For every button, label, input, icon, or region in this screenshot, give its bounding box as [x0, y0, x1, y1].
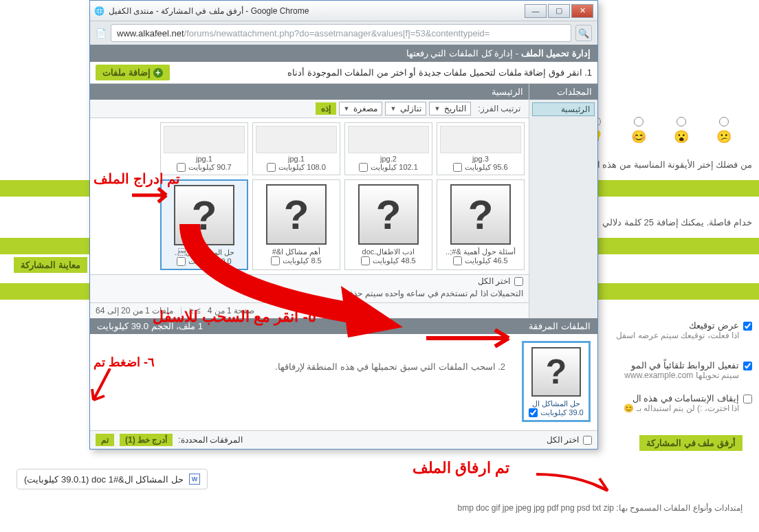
file-tile[interactable]: jpg.395.6 كيلوبايت — [437, 122, 525, 175]
file-tile[interactable]: ?أهم مشاكل ا&#8.5 كيلوبايت — [252, 179, 340, 270]
sort-dir-select[interactable]: تنازلي▼ — [385, 102, 426, 115]
allowed-extensions: إمتدادات وأنواع الملفات المسموح بها: bmp… — [458, 503, 743, 513]
attached-tile[interactable]: ? حل المشاكل ال 39.0 كيلوبايت — [522, 341, 591, 422]
attached-title: الملفات المرفقة — [529, 321, 591, 331]
preview-post-button[interactable]: معاينة المشاركة — [14, 257, 87, 273]
minimize-button[interactable]: — — [525, 4, 547, 18]
search-icon[interactable]: 🔍 — [575, 25, 592, 41]
arrow-icon — [426, 324, 522, 352]
file-checkbox[interactable] — [453, 256, 462, 265]
auto-links-option[interactable]: تفعيل الروابط تلقائياً في المو سيتم تحوي… — [624, 360, 752, 380]
question-icon: ? — [174, 185, 234, 245]
file-size: 95.6 كيلوبايت — [465, 163, 507, 172]
file-checkbox[interactable] — [361, 256, 370, 265]
unused-hint: التحميلات اذا لم تستخدم في ساعه واحده سي… — [90, 287, 529, 302]
file-name: حل المشاكل ال.. — [164, 248, 244, 257]
sort-by-select[interactable]: التاريخ▼ — [429, 102, 471, 115]
dialog-header: إدارة تحميل الملف - إدارة كل الملفات الت… — [90, 45, 597, 62]
footer-select-all-label: اختر الكل — [547, 435, 579, 445]
file-name: jpg.2 — [348, 155, 429, 163]
thumbnail — [256, 126, 337, 153]
auto-links-checkbox[interactable] — [743, 362, 752, 370]
attached-tile-checkbox[interactable] — [529, 408, 538, 417]
add-files-label: إضافة ملفات — [102, 67, 151, 78]
select-all-checkbox[interactable] — [514, 277, 523, 286]
file-tile[interactable]: ?أسئلة حول أهمية &#;..46.5 كيلوبايت — [437, 179, 525, 270]
arrow-icon — [132, 184, 180, 205]
annotation-2: ٥- انقر مع السحب للاسفل — [153, 308, 316, 326]
sidebar-item-root[interactable]: الرئيسية — [532, 102, 595, 116]
show-signature-option[interactable]: عرض توقيعك اذا فعلت، توقيعك سيتم عرضه اس… — [616, 320, 752, 340]
folders-title: المجلدات — [529, 84, 597, 100]
attach-section-title: أرفق ملف في المشاركة — [639, 435, 742, 451]
question-icon: ? — [450, 184, 511, 245]
maximize-button[interactable]: ▢ — [548, 4, 570, 18]
file-tile[interactable]: jpg.1108.0 كيلوبايت — [252, 122, 340, 175]
file-tile[interactable]: ?ادب الاطفال.doc48.5 كيلوبايت — [344, 179, 432, 270]
disable-smilies-sub: اذا اخترت، :) لن يتم استبداله بـ 😊 — [624, 403, 739, 413]
question-icon: ? — [266, 184, 327, 245]
file-size: 102.1 كيلوبايت — [371, 163, 418, 172]
disable-smilies-option[interactable]: إيقاف الإبتسامات في هذه ال اذا اخترت، :)… — [624, 393, 752, 413]
file-name: ادب الاطفال.doc — [348, 247, 429, 256]
thumbnail — [164, 126, 245, 153]
file-size: 108.0 كيلوبايت — [278, 163, 326, 172]
dialog-subtitle: - إدارة كل الملفات التي رفعتها — [406, 48, 518, 58]
icon-picker-caption: من فضلك إختر الأيقونة المناسبة من هذه ال… — [574, 159, 752, 170]
file-name: أهم مشاكل ا&# — [256, 247, 337, 256]
file-tile[interactable]: jpg.2102.1 كيلوبايت — [344, 122, 432, 175]
file-checkbox[interactable] — [177, 257, 186, 266]
attached-file-box: W حل المشاكل ال&#1 doc (39.0.1 كيلوبايت) — [16, 469, 742, 489]
smile-icon: 😊 — [631, 129, 646, 144]
selected-label: المرفقات المحددة: — [178, 435, 243, 445]
insert-inline-button[interactable]: أدرج خط (1) — [120, 434, 173, 446]
file-name: jpg.3 — [440, 155, 521, 163]
window-title: أرفق ملف في المشاركة - منتدى الكفيل - Go… — [109, 6, 309, 16]
radio[interactable] — [634, 117, 644, 126]
url-host: www.alkafeel.net — [117, 28, 184, 38]
show-signature-checkbox[interactable] — [743, 322, 752, 331]
thumbnail — [348, 126, 429, 153]
thumbnail — [440, 126, 521, 153]
window-titlebar[interactable]: 🌐 أرفق ملف في المشاركة - منتدى الكفيل - … — [90, 1, 597, 21]
file-checkbox[interactable] — [267, 163, 276, 172]
file-size: 39.0 كيلوبايت — [188, 257, 231, 266]
page-icon: 📄 — [96, 28, 107, 38]
thumb-size-select[interactable]: مصغرة▼ — [339, 102, 383, 115]
question-icon: ? — [358, 184, 419, 245]
doc-icon: W — [189, 474, 200, 485]
file-name: أسئلة حول أهمية &#;.. — [440, 247, 521, 256]
go-button[interactable]: إذه — [316, 102, 336, 115]
step1-bar: 1. انقر فوق إضافة ملفات لتحميل ملفات جدي… — [90, 62, 597, 84]
step1-text: 1. انقر فوق إضافة ملفات لتحميل ملفات جدي… — [287, 67, 592, 78]
chrome-popup-window: 🌐 أرفق ملف في المشاركة - منتدى الكفيل - … — [89, 0, 598, 450]
chevron-down-icon: ▼ — [390, 105, 396, 112]
done-button[interactable]: تم — [96, 434, 114, 446]
file-size: 90.7 كيلوبايت — [188, 163, 231, 172]
auto-links-sub: سيتم تحويلها www.example.com — [624, 370, 739, 380]
radio[interactable] — [719, 117, 729, 126]
file-size: 48.5 كيلوبايت — [373, 256, 415, 265]
folders-sidebar: المجلدات الرئيسية — [529, 84, 597, 318]
file-checkbox[interactable] — [271, 256, 280, 265]
file-tile[interactable]: jpg.190.7 كيلوبايت — [160, 122, 248, 175]
add-files-button[interactable]: + إضافة ملفات — [96, 65, 170, 80]
address-bar: 📄 www.alkafeel.net/forums/newattachment.… — [90, 21, 597, 45]
icon-picker-row: 😕 😮 😊 💡 — [588, 117, 759, 144]
attached-file-name[interactable]: حل المشاكل ال&#1 doc (39.0.1 كيلوبايت) — [24, 474, 184, 485]
file-checkbox[interactable] — [359, 163, 368, 172]
arrow-icon — [536, 470, 619, 498]
chevron-down-icon: ▼ — [434, 105, 440, 112]
url-path: /forums/newattachment.php?do=assetmanage… — [184, 28, 490, 38]
annotation-4: تم ارفاق الملف — [412, 459, 509, 477]
disable-smilies-checkbox[interactable] — [743, 395, 752, 403]
close-button[interactable]: ✕ — [571, 4, 593, 18]
app-icon: 🌐 — [94, 6, 104, 16]
radio[interactable] — [676, 117, 686, 126]
sort-row: ترتيب الفرز: التاريخ▼ تنازلي▼ مصغرة▼ إذه — [90, 100, 529, 118]
file-checkbox[interactable] — [453, 163, 462, 172]
chevron-down-icon: ▼ — [344, 105, 350, 112]
url-input[interactable]: www.alkafeel.net/forums/newattachment.ph… — [111, 24, 571, 42]
footer-select-all-checkbox[interactable] — [583, 436, 592, 445]
dialog-title: إدارة تحميل الملف — [521, 48, 591, 58]
